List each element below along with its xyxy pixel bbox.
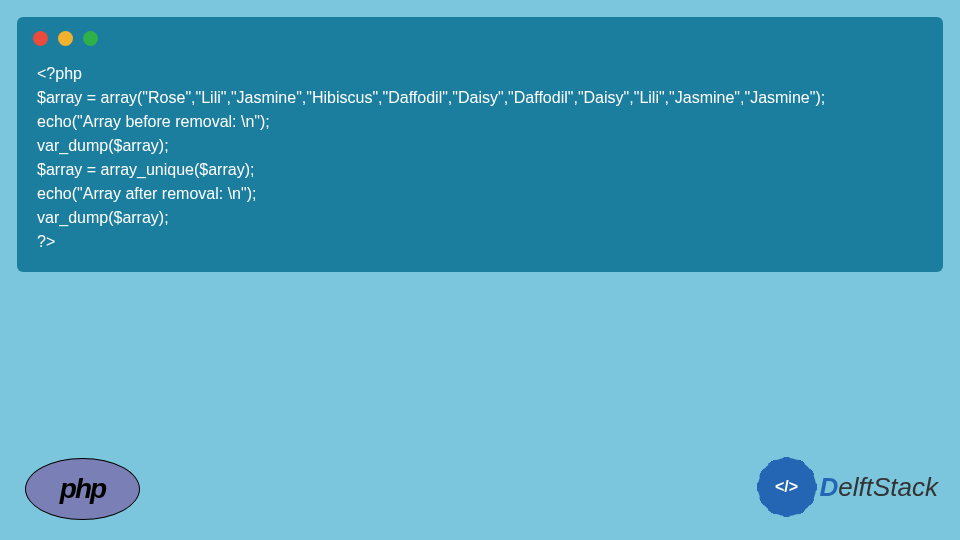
code-line: <?php (37, 65, 82, 82)
code-line: $array = array("Rose","Lili","Jasmine","… (37, 89, 825, 106)
code-line: var_dump($array); (37, 209, 169, 226)
close-icon (33, 31, 48, 46)
delftstack-logo: </> DelftStack (758, 458, 939, 516)
delftstack-text: DelftStack (820, 472, 939, 503)
maximize-icon (83, 31, 98, 46)
code-content: <?php $array = array("Rose","Lili","Jasm… (17, 56, 943, 272)
delftstack-gear-icon: </> (758, 458, 816, 516)
code-line: ?> (37, 233, 55, 250)
window-controls (17, 17, 943, 56)
php-text: php (60, 473, 105, 505)
code-line: var_dump($array); (37, 137, 169, 154)
code-line: echo("Array before removal: \n"); (37, 113, 270, 130)
code-block: <?php $array = array("Rose","Lili","Jasm… (17, 17, 943, 272)
code-brackets-icon: </> (775, 478, 798, 496)
minimize-icon (58, 31, 73, 46)
php-ellipse-icon: php (25, 458, 140, 520)
code-line: $array = array_unique($array); (37, 161, 254, 178)
php-logo: php (25, 458, 140, 520)
code-line: echo("Array after removal: \n"); (37, 185, 256, 202)
